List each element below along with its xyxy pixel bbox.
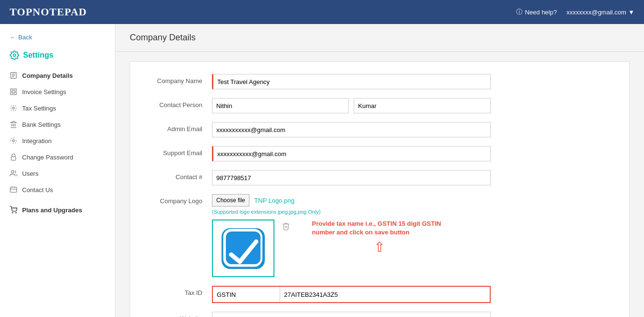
company-name-label: Company Name: [145, 74, 212, 85]
sidebar: ← Back Settings Company Details Invoice …: [0, 24, 115, 317]
header-right: ⓘ Need help? xxxxxxxx@gmail.com ▼: [516, 8, 634, 16]
sidebar-item-users[interactable]: Users: [0, 165, 115, 182]
svg-point-0: [13, 54, 16, 57]
support-email-label: Support Email: [145, 146, 212, 157]
website-input[interactable]: [212, 312, 491, 317]
website-label: Website: [145, 312, 212, 317]
company-name-row: Company Name: [145, 74, 615, 89]
settings-section-header: Settings: [0, 48, 115, 67]
user-menu[interactable]: xxxxxxxx@gmail.com ▼: [567, 9, 634, 16]
logo-file-row: Choose file TNP Logo.png: [212, 194, 615, 207]
tooltip-text: Provide tax name i.e., GSTIN 15 digit GS…: [312, 219, 446, 237]
page-header: Company Details: [115, 24, 644, 52]
grid-icon: [10, 88, 17, 96]
sidebar-item-change-password[interactable]: Change Password: [0, 149, 115, 165]
sidebar-item-company-details[interactable]: Company Details: [0, 67, 115, 84]
tooltip-area: Provide tax name i.e., GSTIN 15 digit GS…: [312, 219, 446, 255]
contact-number-input[interactable]: [212, 170, 491, 185]
svg-point-18: [11, 171, 13, 173]
support-email-row: Support Email: [145, 146, 615, 161]
svg-point-9: [12, 107, 14, 109]
arrow-icon: ⇧: [312, 239, 446, 255]
sidebar-item-invoice-settings[interactable]: Invoice Settings: [0, 84, 115, 100]
back-button[interactable]: ← Back: [0, 31, 115, 48]
back-arrow-icon: ←: [10, 34, 16, 41]
main-content: Company Details Company Name Contact Per…: [115, 24, 644, 317]
sidebar-item-contact-us[interactable]: Contact Us: [0, 182, 115, 198]
layout: ← Back Settings Company Details Invoice …: [0, 24, 644, 317]
svg-rect-17: [11, 157, 15, 160]
svg-rect-8: [14, 92, 16, 95]
help-icon: ⓘ: [516, 8, 522, 16]
contact-icon: [10, 186, 17, 194]
svg-marker-15: [10, 121, 16, 122]
tax-id-field: [212, 286, 491, 303]
app-logo: TopNotepad: [10, 6, 87, 18]
lock-icon: [10, 153, 17, 161]
delete-logo-button[interactable]: [282, 219, 290, 232]
website-row: Website: [145, 312, 615, 317]
admin-email-label: Admin Email: [145, 122, 212, 133]
contact-person-row: Contact Person: [145, 98, 615, 113]
support-email-input[interactable]: [212, 146, 491, 161]
bank-icon: [10, 121, 17, 128]
company-logo-row: Company Logo Choose file TNP Logo.png (S…: [145, 194, 615, 277]
tax-name-input[interactable]: [213, 287, 280, 302]
page-title: Company Details: [130, 33, 630, 43]
sidebar-item-tax-settings[interactable]: Tax Settings: [0, 100, 115, 116]
admin-email-row: Admin Email: [145, 122, 615, 137]
logo-section: Choose file TNP Logo.png (Supported logo…: [212, 194, 615, 277]
settings-icon: [10, 50, 19, 60]
svg-point-16: [12, 140, 14, 142]
svg-point-20: [12, 212, 12, 213]
choose-file-button[interactable]: Choose file: [212, 194, 249, 207]
company-details-form: Company Name Contact Person Admin Email …: [130, 61, 630, 317]
svg-rect-7: [11, 92, 13, 95]
contact-last-name-input[interactable]: [354, 98, 491, 113]
logo-hint-text: (Supported logo extensions jpeg,jpg,png …: [212, 209, 615, 215]
tax-id-label: Tax ID: [145, 286, 212, 296]
users-icon: [10, 170, 17, 177]
contact-first-name-input[interactable]: [212, 98, 349, 113]
svg-rect-19: [10, 187, 16, 193]
document-icon: [10, 72, 17, 79]
contact-number-label: Contact #: [145, 170, 212, 181]
company-logo-label: Company Logo: [145, 194, 212, 205]
svg-rect-5: [11, 89, 13, 91]
sidebar-item-integration[interactable]: Integration: [0, 133, 115, 149]
contact-number-row: Contact #: [145, 170, 615, 185]
logo-preview-area: Provide tax name i.e., GSTIN 15 digit GS…: [212, 219, 615, 277]
logo-image: [219, 226, 267, 271]
svg-point-21: [16, 212, 16, 213]
tax-cog-icon: [10, 104, 17, 112]
need-help-link[interactable]: ⓘ Need help?: [516, 8, 557, 16]
svg-rect-6: [14, 89, 16, 91]
header: TopNotepad ⓘ Need help? xxxxxxxx@gmail.c…: [0, 0, 644, 24]
chevron-down-icon: ▼: [628, 9, 634, 16]
sidebar-item-plans[interactable]: Plans and Upgrades: [0, 200, 115, 219]
tax-value-input[interactable]: [280, 287, 490, 302]
admin-email-input[interactable]: [212, 122, 491, 137]
sidebar-item-bank-settings[interactable]: Bank Settings: [0, 116, 115, 133]
file-name-display: TNP Logo.png: [254, 197, 295, 204]
tax-id-row: Tax ID: [145, 286, 615, 303]
integration-icon: [10, 137, 17, 145]
cart-icon: [10, 206, 17, 214]
contact-person-inputs: [212, 98, 491, 113]
logo-preview: [212, 219, 274, 277]
company-name-input[interactable]: [212, 74, 491, 89]
contact-person-label: Contact Person: [145, 98, 212, 109]
